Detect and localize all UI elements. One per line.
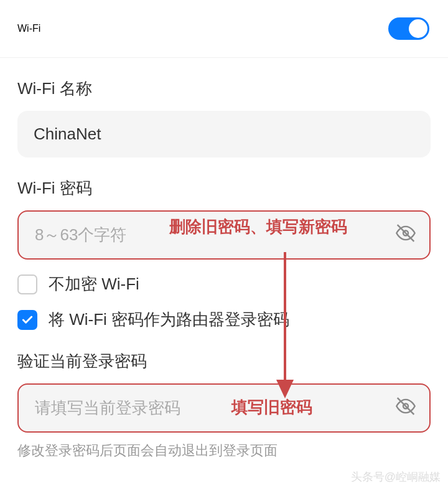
verify-password-section: 验证当前登录密码 请填写当前登录密码 填写旧密码 — [0, 331, 448, 433]
svg-line-3 — [398, 398, 414, 415]
password-annotation: 删除旧密码、填写新密码 — [169, 217, 368, 238]
watermark-text: 头条号@崆峒融媒 — [351, 469, 441, 484]
eye-slash-icon[interactable] — [396, 396, 416, 420]
verify-password-input[interactable]: 请填写当前登录密码 填写旧密码 — [17, 383, 431, 433]
no-encrypt-checkbox[interactable] — [17, 274, 37, 294]
verify-password-placeholder: 请填写当前登录密码 — [35, 397, 180, 419]
wifi-password-label: Wi-Fi 密码 — [17, 177, 431, 199]
footer-note: 修改登录密码后页面会自动退出到登录页面 — [0, 433, 448, 469]
eye-slash-icon[interactable] — [396, 223, 416, 247]
wifi-name-input[interactable]: ChinaNet — [17, 111, 431, 157]
wifi-name-section: Wi-Fi 名称 ChinaNet — [0, 58, 448, 157]
use-router-pwd-label: 将 Wi-Fi 密码作为路由器登录密码 — [49, 309, 289, 331]
wifi-password-placeholder: 8～63个字符 — [35, 224, 126, 246]
no-encrypt-label: 不加密 Wi-Fi — [49, 273, 139, 295]
svg-line-1 — [398, 225, 414, 242]
use-router-pwd-checkbox[interactable] — [17, 310, 37, 330]
wifi-password-input[interactable]: 8～63个字符 删除旧密码、填写新密码 — [17, 210, 431, 260]
wifi-header-row: Wi-Fi — [0, 0, 448, 58]
wifi-password-section: Wi-Fi 密码 8～63个字符 删除旧密码、填写新密码 不加密 Wi-Fi 将… — [0, 157, 448, 331]
verify-password-label: 验证当前登录密码 — [17, 350, 431, 372]
wifi-toggle[interactable] — [388, 17, 429, 40]
verify-annotation: 填写旧密码 — [231, 397, 312, 418]
wifi-name-label: Wi-Fi 名称 — [17, 78, 431, 100]
no-encrypt-row: 不加密 Wi-Fi — [17, 273, 431, 295]
wifi-title: Wi-Fi — [17, 23, 40, 34]
use-router-pwd-row: 将 Wi-Fi 密码作为路由器登录密码 — [17, 309, 431, 331]
